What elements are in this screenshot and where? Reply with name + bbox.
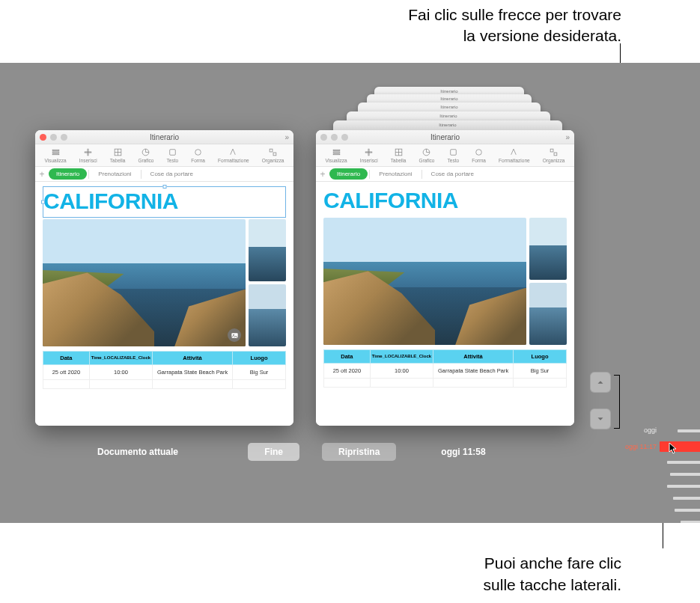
- action-bar-version: Ripristina oggi 11:58: [322, 441, 524, 463]
- svg-point-10: [195, 150, 201, 156]
- window-title: Itinerario: [316, 133, 574, 141]
- th-data[interactable]: Data: [43, 352, 90, 365]
- th-luogo[interactable]: Luogo: [233, 352, 286, 365]
- toolbar-overflow-icon[interactable]: »: [284, 133, 289, 141]
- document-window-version: Itinerario » Visualizza Inserisci Tabell…: [316, 130, 574, 426]
- svg-rect-19: [365, 152, 372, 153]
- tick-label-oggi: oggi: [644, 426, 657, 434]
- sheet-tabs: + Itinerario Prenotazioni Cose da portar…: [35, 167, 293, 182]
- tool-visualizza[interactable]: Visualizza: [45, 147, 67, 163]
- data-table: Data Time_LOCALIZABLE_Clock Attività Luo…: [323, 349, 567, 388]
- done-button[interactable]: Fine: [248, 443, 299, 461]
- main-photo[interactable]: [43, 219, 246, 346]
- tool-forma: Forma: [472, 147, 486, 163]
- tick-label-selected: oggi 11:17: [625, 443, 657, 450]
- tool-forma[interactable]: Forma: [191, 147, 205, 163]
- th-time[interactable]: Time_LOCALIZABLE_Clock: [89, 352, 152, 365]
- tool-grafico: Grafico: [419, 147, 434, 163]
- tool-inserisci: Inserisci: [360, 147, 378, 163]
- annotation-top: Fai clic sulle frecce per trovare la ver…: [408, 4, 621, 47]
- tool-visualizza: Visualizza: [326, 147, 347, 163]
- version-up-button[interactable]: [590, 372, 611, 393]
- headline[interactable]: CALIFORNIA: [43, 187, 285, 217]
- svg-rect-16: [333, 152, 340, 153]
- thumb-photo[interactable]: [249, 284, 286, 346]
- th-attivita: Attività: [433, 350, 514, 364]
- svg-rect-27: [554, 153, 557, 156]
- svg-rect-3: [88, 149, 88, 156]
- time-machine-background: Itinerario Itinerario Itinerario Itinera…: [0, 63, 700, 523]
- main-photo: [323, 218, 526, 345]
- version-down-button[interactable]: [590, 408, 611, 429]
- window-title: Itinerario: [35, 133, 293, 141]
- sheet-tabs: + Itinerario Prenotazioni Cose da portar…: [316, 167, 574, 182]
- svg-rect-0: [52, 150, 59, 150]
- tool-organizza[interactable]: Organizza: [262, 147, 284, 163]
- svg-rect-26: [550, 149, 553, 152]
- photo-row: [43, 219, 286, 346]
- svg-rect-12: [273, 153, 276, 156]
- table-row: [324, 379, 567, 388]
- thumb-photo: [529, 218, 567, 280]
- version-timeline[interactable]: oggi oggi 11:17: [655, 377, 700, 523]
- data-table[interactable]: Data Time_LOCALIZABLE_Clock Attività Luo…: [43, 351, 286, 389]
- tool-formattazione[interactable]: Formattazione: [218, 147, 249, 163]
- tool-tabella[interactable]: Tabella: [110, 147, 126, 163]
- tab-prenotazioni: Prenotazioni: [371, 168, 419, 180]
- svg-rect-24: [451, 150, 457, 156]
- titlebar: Itinerario »: [35, 130, 293, 144]
- thumb-photo: [529, 283, 567, 345]
- document-window-current: Itinerario » Visualizza Inserisci Tabell…: [35, 130, 293, 426]
- tab-itinerario: Itinerario: [329, 168, 368, 180]
- svg-rect-11: [270, 149, 273, 152]
- cursor-icon: [669, 442, 678, 454]
- tab-cose: Cose da portare: [424, 168, 481, 180]
- add-sheet-button[interactable]: +: [35, 169, 49, 180]
- toolbar-overflow-icon[interactable]: »: [565, 133, 570, 141]
- add-sheet-button: +: [316, 169, 329, 180]
- th-luogo: Luogo: [514, 350, 567, 364]
- th-data: Data: [324, 350, 371, 364]
- tab-prenotazioni[interactable]: Prenotazioni: [91, 168, 139, 180]
- tool-testo[interactable]: Testo: [167, 147, 179, 163]
- photo-row: [323, 218, 567, 345]
- headline: CALIFORNIA: [323, 186, 567, 216]
- current-doc-label: Documento attuale: [97, 447, 178, 457]
- tool-inserisci[interactable]: Inserisci: [79, 147, 97, 163]
- table-row[interactable]: [43, 380, 286, 389]
- tool-testo: Testo: [448, 147, 460, 163]
- thumb-photo[interactable]: [249, 219, 286, 281]
- version-timestamp: oggi 11:58: [441, 447, 485, 457]
- tool-organizza: Organizza: [543, 147, 565, 163]
- bracket: [614, 375, 620, 429]
- svg-rect-17: [333, 154, 340, 155]
- svg-rect-2: [52, 154, 59, 155]
- svg-rect-18: [368, 149, 369, 156]
- tab-itinerario[interactable]: Itinerario: [49, 168, 87, 180]
- toolbar: Visualizza Inserisci Tabella Grafico Tes…: [35, 144, 293, 167]
- svg-point-25: [476, 150, 482, 156]
- th-time: Time_LOCALIZABLE_Clock: [370, 350, 433, 364]
- tool-grafico[interactable]: Grafico: [138, 147, 153, 163]
- svg-rect-1: [52, 152, 59, 153]
- image-badge-icon[interactable]: [228, 328, 241, 342]
- tool-formattazione: Formattazione: [499, 147, 530, 163]
- th-attivita[interactable]: Attività: [153, 352, 233, 365]
- annotation-bottom: Puoi anche fare clic sulle tacche latera…: [484, 553, 621, 596]
- svg-rect-15: [333, 150, 340, 150]
- tool-tabella: Tabella: [391, 147, 407, 163]
- table-row[interactable]: 25 ott 2020 10:00 Garrapata State Beach …: [43, 365, 286, 380]
- toolbar: Visualizza Inserisci Tabella Grafico Tes…: [316, 144, 574, 167]
- titlebar: Itinerario »: [316, 130, 574, 144]
- tab-cose[interactable]: Cose da portare: [143, 168, 201, 180]
- timeline-tick-selected[interactable]: [660, 441, 700, 452]
- restore-button[interactable]: Ripristina: [322, 443, 396, 461]
- svg-rect-9: [170, 150, 176, 156]
- svg-rect-4: [85, 152, 91, 153]
- table-row: 25 ott 2020 10:00 Garrapata State Beach …: [324, 364, 567, 379]
- action-bar-current: Documento attuale Fine: [97, 441, 299, 463]
